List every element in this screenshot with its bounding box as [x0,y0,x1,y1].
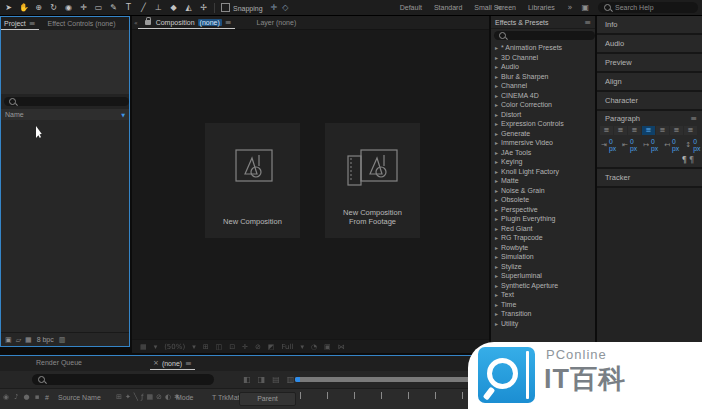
effects-category[interactable]: Expression Controls [491,119,595,129]
panel-menu-icon[interactable]: ≡ [584,18,591,27]
paragraph-spacing-field[interactable]: ↦ 0 px [643,138,658,152]
comp-mini-button[interactable]: ◨ [258,375,266,384]
apps-icon[interactable]: ▣ [581,3,589,12]
effects-category[interactable]: Audio [491,62,595,72]
text-direction-button[interactable]: ¶ [689,156,694,165]
viewer-option[interactable]: ⊘ [255,343,261,351]
viewer-option[interactable]: ▾ [192,343,196,351]
align-button[interactable]: ≡ [670,126,683,135]
viewer-option[interactable]: ▾ [300,343,304,351]
comp-mini-button[interactable]: ◧ [243,375,251,384]
tracker-panel-header[interactable]: Tracker [597,169,702,188]
tab-layer[interactable]: Layer (none) [257,19,297,26]
collapsed-panel-header[interactable]: Audio [597,35,702,54]
viewer-option[interactable]: ▦ [140,343,147,351]
zoom-tool[interactable]: ⊕ [34,1,43,15]
effects-category[interactable]: Rowbyte [491,243,595,253]
align-button[interactable]: ≡ [656,126,669,135]
tab-composition[interactable]: Composition (none) ≡ [138,16,235,29]
effects-category[interactable]: Blur & Sharpen [491,72,595,82]
workspace-tab[interactable]: Standard [434,4,462,11]
tab-effect-controls[interactable]: Effect Controls (none) [48,20,116,27]
roto-brush-tool[interactable]: ◭ [184,1,193,15]
viewer-option[interactable]: ⊞ [203,343,209,351]
switch-column-icon[interactable]: ⊘ [156,393,162,401]
align-button[interactable]: ≡ [684,126,697,135]
clone-stamp-tool[interactable]: ⊥ [154,1,163,15]
panel-menu-icon[interactable]: ≡ [225,18,232,27]
collapsed-panel-header[interactable]: Align [597,73,702,92]
field-value[interactable]: 0 px [693,138,700,152]
effects-category[interactable]: Red Giant [491,224,595,234]
project-footer-icon[interactable]: ▣ [5,336,12,344]
effects-category[interactable]: Utility [491,319,595,329]
paragraph-spacing-field[interactable]: ⇥ 0 px [601,138,616,152]
effects-category[interactable]: Distort [491,110,595,120]
layer-number-header[interactable]: # [45,394,49,401]
field-value[interactable]: 0 px [672,138,679,152]
effects-category[interactable]: Text [491,290,595,300]
effects-category[interactable]: Obsolete [491,195,595,205]
project-item-list[interactable] [1,120,129,332]
panel-menu-icon[interactable]: ≡ [690,114,697,123]
effects-category[interactable]: JAe Tools [491,148,595,158]
effects-category[interactable]: Generate [491,129,595,139]
close-icon[interactable]: × [153,359,159,367]
effects-category[interactable]: Perspective [491,205,595,215]
switch-column-icon[interactable]: ƒ [141,393,143,401]
align-button[interactable]: ≡ [614,126,627,135]
effects-category[interactable]: Simulation [491,252,595,262]
viewer-option[interactable]: ▣ [324,343,331,351]
viewer-option[interactable]: ▾ [154,343,158,351]
align-button[interactable]: ≡ [600,126,613,135]
panel-menu-icon[interactable]: ≡ [29,19,36,28]
av-column-icon[interactable]: ◉ [3,393,9,401]
pen-tool[interactable]: ✎ [109,1,118,15]
effects-category[interactable]: RG Trapcode [491,233,595,243]
mask-shape-tool[interactable]: ▭ [94,1,103,15]
viewer-option[interactable]: ◫ [216,343,223,351]
paragraph-panel-header[interactable]: Paragraph ≡ [597,111,702,125]
trash-icon[interactable]: ▥ [59,336,66,344]
collapsed-panel-header[interactable]: Character [597,92,702,111]
camera-tool[interactable]: ◉ [64,1,73,15]
new-composition-button[interactable]: New Composition [205,123,300,238]
effects-category[interactable]: Knoll Light Factory [491,167,595,177]
field-value[interactable]: 0 px [630,138,637,152]
snapping-toggle[interactable]: Snapping [221,3,263,12]
snap-option-icon[interactable]: ◇ [282,3,288,12]
switch-column-icon[interactable]: ✦ [125,393,131,401]
workspace-tab[interactable]: Default [400,4,422,11]
viewer-option[interactable]: (50%) [164,343,185,351]
effects-category[interactable]: Noise & Grain [491,186,595,196]
av-column-icon[interactable]: ● [24,393,30,401]
source-name-header[interactable]: Source Name [58,394,101,401]
switch-column-icon[interactable]: ▦ [146,393,153,401]
panel-menu-icon[interactable]: ≡ [185,359,192,368]
help-search-field[interactable]: Search Help [598,2,698,13]
eraser-tool[interactable]: ◆ [169,1,178,15]
tab-timeline-none[interactable]: × (none) ≡ [150,357,195,370]
paragraph-spacing-field[interactable]: ↤ 0 px [664,138,679,152]
rotation-tool[interactable]: ↻ [49,1,58,15]
viewer-option[interactable]: ◔ [311,343,317,351]
trkmat-header[interactable]: T TrkMat [212,394,239,401]
puppet-pin-tool[interactable]: ✢ [199,1,208,15]
effects-category[interactable]: Keying [491,157,595,167]
paragraph-spacing-field[interactable]: ⇤ 0 px [622,138,637,152]
effects-category[interactable]: Stylize [491,262,595,272]
text-direction-button[interactable]: ¶ [682,156,687,165]
collapsed-panel-header[interactable]: Preview [597,54,702,73]
effects-category[interactable]: Superluminal [491,271,595,281]
av-column-icon[interactable]: ▪ [35,393,40,401]
new-composition-from-footage-button[interactable]: New CompositionFrom Footage [325,123,420,238]
viewer-option[interactable]: Full [281,343,293,351]
effects-category[interactable]: CINEMA 4D [491,91,595,101]
project-footer-icon[interactable]: ▦ [25,336,32,344]
workspace-tab[interactable]: Libraries [528,4,555,11]
paragraph-spacing-field[interactable]: ↕ 0 px [685,138,700,152]
effects-category[interactable]: Synthetic Aperture [491,281,595,291]
workspace-overflow-icon[interactable]: » [568,3,573,12]
effects-category[interactable]: Channel [491,81,595,91]
av-column-icon[interactable]: ♪ [14,393,18,401]
